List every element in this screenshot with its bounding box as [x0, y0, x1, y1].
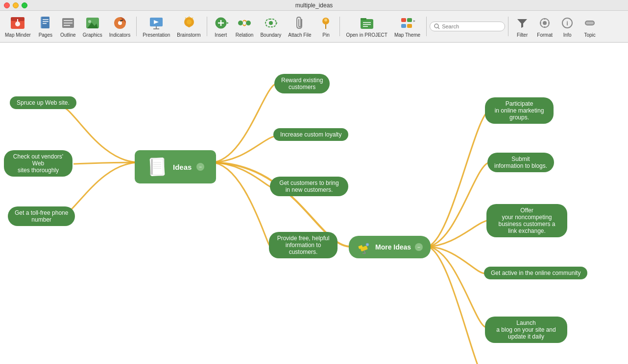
left-node-1[interactable]: Spruce up Web site. — [10, 96, 76, 109]
attach-file-icon — [292, 15, 308, 31]
toolbar-topic[interactable]: Topic — [579, 13, 601, 40]
boundary-label: Boundary — [260, 32, 281, 38]
divider-2 — [207, 17, 207, 36]
indicators-label: Indicators — [109, 32, 130, 38]
pin-icon — [318, 15, 334, 31]
svg-rect-67 — [152, 159, 163, 174]
svg-rect-41 — [361, 19, 373, 29]
format-icon — [537, 15, 553, 31]
svg-point-17 — [118, 21, 122, 25]
format-label: Format — [537, 32, 553, 38]
toolbar-boundary[interactable]: Boundary — [257, 13, 284, 40]
telescope-icon — [357, 240, 371, 254]
toolbar-brainstorm[interactable]: Brainstorm — [174, 13, 203, 40]
pin-label: Pin — [322, 32, 329, 38]
topic-icon — [582, 15, 598, 31]
close-button[interactable] — [4, 2, 10, 8]
far-right-2-label: Submitinformation to blogs. — [494, 156, 547, 169]
center-node-label: Ideas — [173, 163, 192, 171]
far-right-5[interactable]: Launcha blog on your site and update it … — [485, 317, 567, 343]
project-icon — [359, 15, 375, 31]
right-node-2-label: Increase custom loyalty — [280, 131, 341, 138]
notebook-icon — [146, 156, 168, 178]
toolbar-indicators[interactable]: Indicators — [106, 13, 133, 40]
collapse-button-center[interactable]: − — [196, 163, 204, 171]
collapse-button-more-ideas[interactable]: − — [415, 243, 423, 251]
map-theme-icon — [400, 15, 415, 31]
svg-rect-42 — [361, 18, 366, 20]
more-ideas-label: More Ideas — [375, 243, 411, 251]
svg-marker-31 — [227, 22, 229, 24]
toolbar-map-minder[interactable]: Map Minder — [2, 13, 34, 40]
right-node-1[interactable]: Reward existingcustomers — [274, 74, 330, 93]
left-node-2[interactable]: Check out vendors' Websites thoroughly — [4, 150, 72, 177]
brainstorm-icon — [181, 15, 197, 31]
toolbar-pages[interactable]: Pages — [35, 13, 56, 40]
right-node-1-label: Reward existingcustomers — [281, 77, 323, 91]
svg-point-77 — [366, 243, 369, 246]
presentation-icon — [148, 15, 164, 31]
svg-line-26 — [185, 18, 186, 19]
far-right-3[interactable]: Offeryour noncompeting business customer… — [486, 204, 567, 237]
toolbar-format[interactable]: Format — [534, 13, 556, 40]
divider-4 — [426, 17, 427, 36]
window-title: multiple_ideas — [295, 2, 333, 9]
right-node-2[interactable]: Increase custom loyalty — [273, 128, 348, 141]
search-input[interactable] — [442, 23, 501, 29]
svg-point-2 — [15, 22, 20, 26]
svg-rect-46 — [401, 18, 406, 22]
minimize-button[interactable] — [13, 2, 19, 8]
right-node-3-label: Get customers to bring in new customers. — [279, 180, 338, 193]
toolbar: Map Minder Pages Outline — [0, 11, 628, 43]
insert-icon — [213, 15, 229, 31]
toolbar-presentation[interactable]: Presentation — [140, 13, 173, 40]
filter-icon — [514, 15, 530, 31]
search-icon — [434, 23, 440, 29]
toolbar-info[interactable]: i Info — [556, 13, 578, 40]
svg-rect-5 — [42, 17, 49, 28]
toolbar-insert[interactable]: Insert — [210, 13, 232, 40]
far-right-2[interactable]: Submitinformation to blogs. — [487, 153, 554, 172]
far-right-1-label: Participatein online marketing groups. — [495, 100, 544, 121]
far-right-1[interactable]: Participatein online marketing groups. — [485, 97, 554, 124]
svg-rect-47 — [407, 18, 412, 22]
far-right-4-label: Get active in the online community — [491, 270, 580, 276]
outline-icon — [60, 15, 76, 31]
titlebar: multiple_ideas — [0, 0, 628, 11]
right-node-3[interactable]: Get customers to bring in new customers. — [270, 177, 348, 196]
more-ideas-node[interactable]: More Ideas − — [349, 236, 431, 258]
info-icon: i — [559, 15, 575, 31]
toolbar-outline[interactable]: Outline — [57, 13, 79, 40]
far-right-4[interactable]: Get active in the online community — [484, 267, 587, 279]
left-node-3[interactable]: Get a toll-free phonenumber — [8, 206, 75, 226]
maximize-button[interactable] — [22, 2, 27, 8]
toolbar-attach-file[interactable]: Attach File — [285, 13, 314, 40]
toolbar-map-theme[interactable]: Map Theme — [391, 13, 423, 40]
svg-point-55 — [543, 21, 547, 25]
toolbar-relation[interactable]: Relation — [233, 13, 257, 40]
search-box[interactable] — [430, 22, 505, 31]
graphics-icon — [85, 15, 100, 31]
info-label: Info — [563, 32, 572, 38]
divider-3 — [339, 17, 340, 36]
right-node-4-label: Provide free, helpfulinformation to cust… — [277, 235, 330, 255]
svg-marker-37 — [276, 22, 278, 24]
svg-point-36 — [269, 21, 273, 25]
boundary-icon — [263, 15, 279, 31]
svg-marker-53 — [517, 19, 527, 28]
toolbar-pin[interactable]: Pin — [315, 13, 337, 40]
map-minder-label: Map Minder — [5, 32, 31, 38]
left-node-1-label: Spruce up Web site. — [17, 99, 70, 106]
toolbar-open-project[interactable]: Open in PROJECT — [343, 13, 390, 40]
toolbar-graphics[interactable]: Graphics — [80, 13, 105, 40]
right-node-4[interactable]: Provide free, helpfulinformation to cust… — [269, 232, 338, 258]
svg-point-51 — [435, 24, 438, 28]
svg-line-25 — [192, 18, 193, 19]
toolbar-filter[interactable]: Filter — [511, 13, 533, 40]
svg-point-14 — [88, 20, 91, 23]
svg-point-40 — [324, 19, 327, 22]
center-node-ideas[interactable]: Ideas − — [135, 150, 216, 183]
brainstorm-label: Brainstorm — [177, 32, 200, 38]
map-minder-icon — [10, 15, 25, 31]
presentation-label: Presentation — [143, 32, 170, 38]
